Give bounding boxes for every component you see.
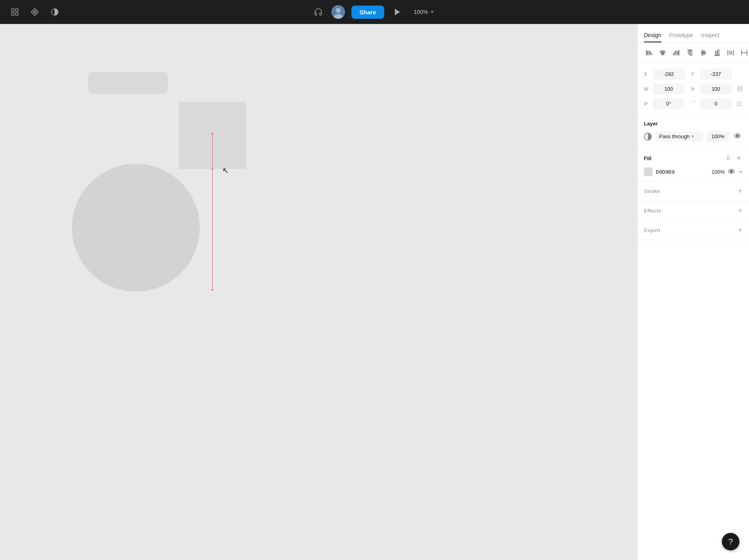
effects-title: Effects [644,208,661,214]
rotation-input[interactable] [653,98,685,109]
svg-point-6 [336,8,341,13]
canvas[interactable]: ↖ [0,24,637,560]
distribute-button[interactable] [725,48,736,58]
fill-opacity-value[interactable]: 100% [708,169,725,175]
blend-mode-icon [644,133,652,141]
tab-inspect[interactable]: Inspect [701,29,719,42]
layer-row: Pass through ▾ [644,131,743,142]
stroke-title: Stroke [644,188,660,194]
svg-rect-10 [647,51,650,53]
svg-rect-17 [673,53,678,55]
fill-hex-value[interactable]: D9D9D9 [656,169,705,175]
zoom-control[interactable]: 100% [410,7,438,17]
contrast-tool-button[interactable] [48,5,62,19]
svg-point-34 [737,135,739,137]
topbar-left [8,5,62,19]
stroke-section: Stroke + [637,181,749,201]
rounded-rect-shape[interactable] [88,72,168,94]
h-label: H [691,86,697,92]
tab-design[interactable]: Design [644,29,661,42]
frame-tool-button[interactable] [8,5,22,19]
more-distribute-button[interactable] [739,48,749,58]
rotation-radius-row: ⟳ ⌒ ⊡ [644,98,743,109]
corner-icon[interactable]: ⊡ [737,100,742,107]
panel-tabs: Design Prototype Inspect [637,24,749,43]
fill-color-swatch[interactable] [644,167,653,176]
export-section: Export + [637,220,749,240]
radius-icon: ⌒ [691,100,697,107]
avatar[interactable] [331,5,345,19]
fill-add-button[interactable]: + [735,154,743,163]
fill-actions: ⠿ + [725,154,743,163]
w-label: W [644,86,649,92]
svg-rect-25 [715,52,717,55]
svg-rect-20 [690,51,692,56]
fill-visibility-button[interactable] [728,168,735,176]
y-input[interactable] [700,69,732,79]
circle-shape[interactable] [72,164,200,292]
x-input[interactable] [653,69,685,79]
w-h-row: W H ⛓ [644,83,743,94]
share-button[interactable]: Share [351,6,384,19]
radius-input[interactable] [700,98,732,109]
svg-rect-1 [16,9,18,11]
fill-section: Fill ⠿ + D9D9D9 100% − [637,148,749,181]
help-button[interactable]: ? [722,533,739,550]
align-top-button[interactable] [685,48,695,58]
svg-point-36 [731,170,733,172]
blend-mode-select[interactable]: Pass through ▾ [655,131,703,141]
play-button[interactable] [390,5,404,19]
svg-rect-19 [688,51,690,54]
svg-marker-8 [395,9,400,16]
fill-remove-button[interactable]: − [738,168,743,175]
square-shape[interactable] [179,102,246,169]
position-section: X Y W H ⛓ ⟳ ⌒ ⊡ [637,63,749,115]
layer-section: Layer Pass through ▾ [637,115,749,148]
export-title: Export [644,227,660,233]
svg-rect-26 [717,50,719,55]
y-label: Y [691,71,697,77]
tab-prototype[interactable]: Prototype [669,29,693,42]
blend-chevron-icon: ▾ [691,134,694,139]
fill-options-button[interactable]: ⠿ [725,154,732,162]
x-label: X [644,71,649,77]
align-section [637,43,749,63]
opacity-input[interactable] [707,131,729,142]
headphone-button[interactable] [311,5,325,19]
component-tool-button[interactable] [28,5,42,19]
h-input[interactable] [700,83,732,94]
align-left-button[interactable] [644,48,654,58]
svg-rect-2 [12,13,14,15]
align-center-v-button[interactable] [698,48,709,58]
w-input[interactable] [653,83,685,94]
align-bottom-button[interactable] [712,48,722,58]
effects-add-button[interactable]: + [738,207,743,214]
svg-rect-16 [675,51,678,53]
x-y-row: X Y [644,69,743,79]
fill-row: D9D9D9 100% − [637,166,749,181]
right-panel: Design Prototype Inspect [637,24,749,560]
align-center-h-button[interactable] [657,48,668,58]
fill-title: Fill [644,155,651,161]
align-right-button[interactable] [671,48,681,58]
svg-rect-3 [16,13,18,15]
svg-rect-29 [729,52,732,54]
export-add-button[interactable]: + [738,226,743,234]
svg-rect-0 [12,9,14,11]
stroke-add-button[interactable]: + [738,187,743,195]
chain-icon[interactable]: ⛓ [737,85,743,93]
fill-header: Fill ⠿ + [637,148,749,166]
rotation-icon: ⟳ [644,101,649,107]
topbar-center: Share 100% [311,5,438,19]
svg-rect-11 [647,53,652,55]
topbar: Share 100% [0,0,749,24]
layer-title: Layer [644,121,743,127]
layer-visibility-button[interactable] [732,131,743,142]
main-area: ↖ Design Prototype Inspect [0,24,749,560]
effects-section: Effects + [637,201,749,220]
